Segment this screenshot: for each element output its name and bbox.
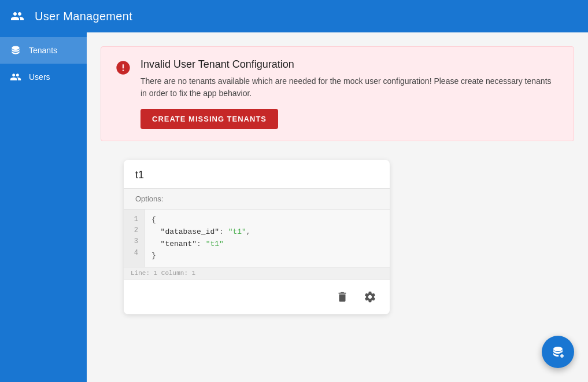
sidebar-item-users[interactable]: Users — [0, 64, 87, 90]
code-editor[interactable]: 1 2 3 4 { "database_id": "t1", "tenant":… — [124, 210, 390, 280]
tenant-card: t1 Options: 1 2 3 4 { "database_id": "t1… — [124, 160, 390, 314]
tenant-options-label: Options: — [124, 189, 390, 210]
database-icon — [9, 44, 22, 57]
topbar-app-icon — [9, 8, 25, 24]
topbar-title: User Management — [35, 10, 132, 23]
line-numbers: 1 2 3 4 — [124, 210, 145, 267]
alert-banner: Invalid User Tenant Configuration There … — [101, 46, 574, 141]
alert-title: Invalid User Tenant Configuration — [140, 58, 560, 71]
person-icon — [9, 71, 22, 83]
code-content[interactable]: { "database_id": "t1", "tenant": "t1" } — [145, 210, 390, 267]
tenant-card-title: t1 — [124, 160, 390, 189]
create-missing-tenants-button[interactable]: CREATE MISSING TENANTS — [140, 109, 278, 129]
sidebar-item-tenants[interactable]: Tenants — [0, 37, 87, 64]
delete-tenant-button[interactable] — [332, 286, 353, 307]
add-tenant-fab[interactable] — [542, 336, 574, 368]
main-content: Invalid User Tenant Configuration There … — [87, 32, 588, 382]
alert-message: There are no tenants available which are… — [140, 75, 560, 100]
alert-body: Invalid User Tenant Configuration There … — [140, 58, 560, 129]
sidebar-users-label: Users — [29, 72, 50, 82]
topbar: User Management — [0, 0, 588, 32]
tenant-card-footer — [124, 280, 390, 314]
settings-tenant-button[interactable] — [360, 286, 380, 307]
code-statusbar: Line: 1 Column: 1 — [124, 267, 390, 279]
sidebar-tenants-label: Tenants — [29, 46, 57, 55]
sidebar: Tenants Users — [0, 32, 87, 382]
main-layout: Tenants Users Invalid User Tenant Config… — [0, 32, 588, 382]
error-icon — [115, 60, 131, 129]
